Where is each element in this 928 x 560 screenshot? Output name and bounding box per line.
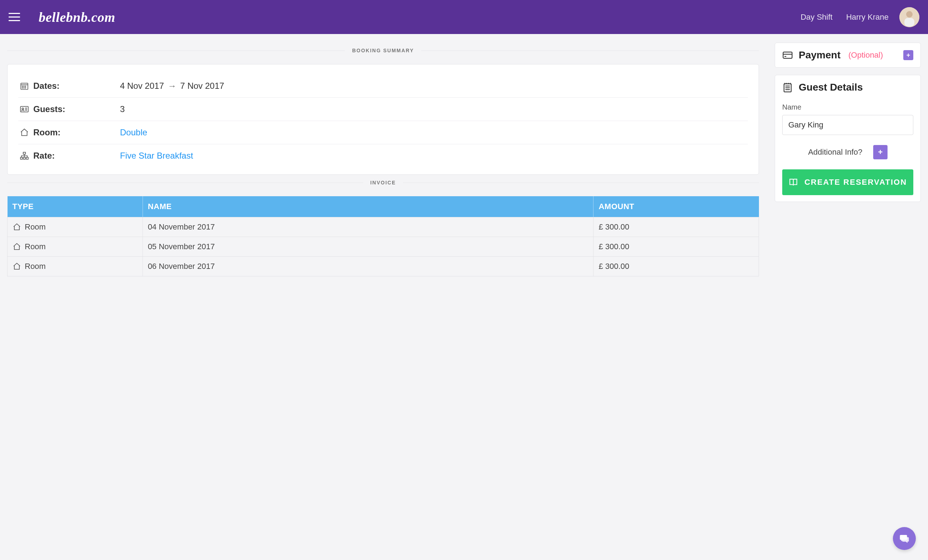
- svg-rect-29: [783, 52, 792, 58]
- guest-details-panel: Guest Details Name Additional Info? + CR…: [775, 75, 921, 202]
- chat-fab[interactable]: [893, 527, 916, 550]
- house-icon: [12, 243, 21, 251]
- sitemap-icon: [18, 151, 31, 160]
- date-from: 4 Nov 2017: [120, 81, 164, 91]
- col-name: NAME: [142, 196, 594, 217]
- section-title-booking: BOOKING SUMMARY: [345, 47, 421, 53]
- rate-row: Rate: Five Star Breakfast: [18, 144, 748, 167]
- svg-point-17: [22, 88, 23, 89]
- guests-value: 3: [120, 104, 748, 114]
- cell-type: Room: [8, 217, 143, 237]
- cell-name: 04 November 2017: [142, 217, 594, 237]
- svg-point-15: [24, 86, 24, 87]
- dates-row: Dates: 4 Nov 2017 → 7 Nov 2017: [18, 75, 748, 98]
- house-icon: [12, 223, 21, 231]
- col-type: TYPE: [8, 196, 143, 217]
- shift-label: Day Shift: [800, 12, 832, 22]
- house-icon: [12, 262, 21, 271]
- book-open-icon: [789, 178, 798, 187]
- section-divider-booking: BOOKING SUMMARY: [7, 47, 759, 53]
- shift-toggle[interactable]: Day Shift: [796, 12, 832, 22]
- booking-summary-card: Dates: 4 Nov 2017 → 7 Nov 2017 Guests: 3…: [7, 64, 759, 175]
- svg-point-16: [25, 86, 26, 87]
- arrow-right-icon: →: [166, 81, 178, 91]
- menu-icon[interactable]: [9, 13, 20, 21]
- svg-rect-28: [26, 157, 28, 159]
- create-reservation-button[interactable]: CREATE RESERVATION: [782, 169, 913, 195]
- username: Harry Krane: [846, 12, 888, 22]
- payment-subtitle: (Optional): [849, 50, 883, 60]
- payment-panel: Payment (Optional) +: [775, 43, 921, 68]
- cell-amount: £ 300.00: [594, 217, 759, 237]
- rate-value[interactable]: Five Star Breakfast: [120, 151, 748, 161]
- calendar-icon: [18, 81, 31, 91]
- house-icon: [18, 128, 31, 137]
- cell-amount: £ 300.00: [594, 257, 759, 276]
- svg-point-21: [22, 108, 24, 110]
- additional-info-label: Additional Info?: [808, 148, 862, 157]
- id-card-icon: [18, 105, 31, 114]
- cell-amount: £ 300.00: [594, 237, 759, 257]
- chat-icon: [899, 533, 910, 544]
- svg-point-18: [24, 88, 24, 89]
- rate-label: Rate:: [31, 151, 120, 161]
- guest-title: Guest Details: [799, 82, 863, 93]
- cell-name: 06 November 2017: [142, 257, 594, 276]
- create-reservation-label: CREATE RESERVATION: [804, 178, 907, 187]
- guest-name-input[interactable]: [782, 115, 913, 135]
- section-divider-invoice: INVOICE: [7, 180, 759, 185]
- guests-label: Guests:: [31, 104, 120, 114]
- cell-name: 05 November 2017: [142, 237, 594, 257]
- name-label: Name: [782, 103, 913, 111]
- svg-rect-11: [904, 18, 914, 26]
- top-header: bellebnb.com Day Shift Harry Krane: [0, 0, 928, 34]
- credit-card-icon: [782, 50, 793, 61]
- guests-row: Guests: 3: [18, 98, 748, 121]
- table-row: Room06 November 2017£ 300.00: [8, 257, 759, 276]
- svg-rect-27: [23, 157, 25, 159]
- room-value[interactable]: Double: [120, 127, 748, 137]
- col-amount: AMOUNT: [594, 196, 759, 217]
- cell-type: Room: [8, 257, 143, 276]
- add-additional-info-button[interactable]: +: [873, 145, 888, 159]
- svg-point-19: [25, 88, 26, 89]
- date-to: 7 Nov 2017: [180, 81, 224, 91]
- section-title-invoice: INVOICE: [363, 180, 403, 185]
- room-label: Room:: [31, 127, 120, 137]
- dates-value: 4 Nov 2017 → 7 Nov 2017: [120, 81, 748, 91]
- svg-point-14: [22, 86, 23, 87]
- room-row: Room: Double: [18, 121, 748, 144]
- cell-type: Room: [8, 237, 143, 257]
- user-menu[interactable]: Harry Krane: [846, 12, 888, 22]
- svg-rect-25: [23, 152, 26, 154]
- dates-label: Dates:: [31, 81, 120, 91]
- invoice-table: TYPE NAME AMOUNT Room04 November 2017£ 3…: [7, 196, 759, 276]
- logo-text[interactable]: bellebnb.com: [39, 9, 115, 25]
- add-payment-button[interactable]: +: [903, 50, 913, 60]
- table-row: Room05 November 2017£ 300.00: [8, 237, 759, 257]
- svg-rect-26: [20, 157, 22, 159]
- notepad-icon: [782, 82, 793, 93]
- payment-title: Payment: [799, 49, 841, 61]
- svg-point-10: [906, 11, 913, 18]
- table-row: Room04 November 2017£ 300.00: [8, 217, 759, 237]
- avatar[interactable]: [899, 7, 919, 27]
